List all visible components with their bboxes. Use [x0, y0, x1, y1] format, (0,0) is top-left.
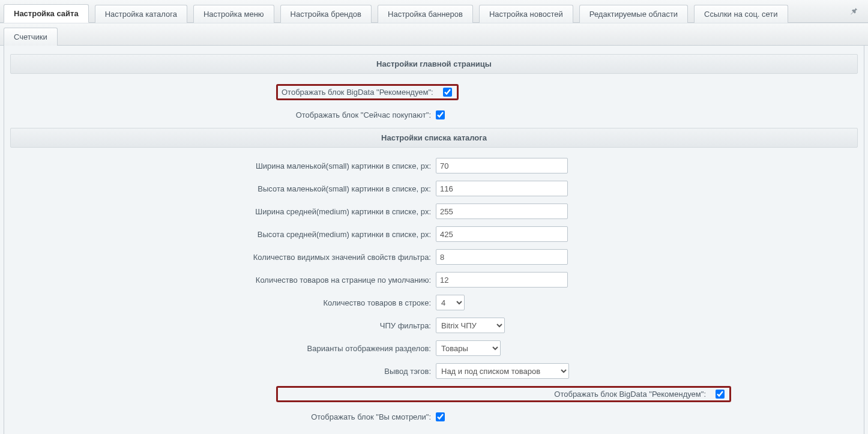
tab-menu-settings[interactable]: Настройка меню — [193, 5, 274, 23]
label-now-buying: Отображать блок "Сейчас покупают": — [7, 110, 436, 119]
input-medium-height[interactable] — [436, 226, 568, 242]
row-per-row: Количество товаров в строке: 4 — [7, 293, 861, 312]
row-now-buying: Отображать блок "Сейчас покупают": — [7, 105, 861, 124]
highlight-bigdata-catalog: Отображать блок BigData "Рекомендуем": — [276, 386, 731, 402]
pin-icon — [850, 7, 858, 15]
row-small-height: Высота маленькой(small) картинки в списк… — [7, 179, 861, 198]
select-per-row[interactable]: 4 — [436, 295, 465, 310]
label-sef: ЧПУ фильтра: — [7, 321, 436, 330]
row-sections-view: Варианты отображения разделов: Товары — [7, 339, 861, 358]
input-filter-visible[interactable] — [436, 249, 568, 265]
tab-brand-settings[interactable]: Настройка брендов — [280, 5, 372, 23]
label-small-width: Ширина маленькой(small) картинки в списк… — [7, 161, 436, 170]
select-tags-output[interactable]: Над и под списком товаров — [436, 363, 569, 379]
section-header-main-page: Настройки главной страницы — [10, 54, 858, 74]
row-bigdata-recommend-main: Отображать блок BigData "Рекомендуем": — [7, 82, 861, 101]
tab-editable-areas[interactable]: Редактируемые области — [579, 5, 688, 23]
row-small-width: Ширина маленькой(small) картинки в списк… — [7, 156, 861, 175]
pin-button[interactable] — [844, 4, 864, 22]
top-tabbar: Настройка сайта Настройка каталога Настр… — [0, 0, 868, 23]
checkbox-now-buying[interactable] — [436, 110, 445, 119]
row-bigdata-recommend-catalog: Отображать блок BigData "Рекомендуем": — [7, 384, 861, 403]
input-small-height[interactable] — [436, 181, 568, 196]
tab-catalog-settings[interactable]: Настройка каталога — [95, 5, 187, 23]
row-medium-height: Высота средней(medium) картинки в списке… — [7, 225, 861, 244]
row-filter-visible: Количество видимых значений свойств филь… — [7, 247, 861, 267]
label-small-height: Высота маленькой(small) картинки в списк… — [7, 184, 436, 193]
label-viewed: Отображать блок "Вы смотрели": — [7, 412, 436, 421]
label-filter-visible: Количество видимых значений свойств филь… — [7, 253, 436, 262]
label-tags-output: Вывод тэгов: — [7, 367, 436, 376]
label-bigdata-recommend-catalog: Отображать блок BigData "Рекомендуем": — [282, 390, 711, 399]
row-sef: ЧПУ фильтра: Bitrix ЧПУ — [7, 316, 861, 335]
label-medium-height: Высота средней(medium) картинки в списке… — [7, 230, 436, 239]
label-per-row: Количество товаров в строке: — [7, 298, 436, 307]
settings-panel: Настройки главной страницы Отображать бл… — [4, 46, 864, 434]
row-per-page: Количество товаров на странице по умолча… — [7, 270, 861, 289]
tab-counters[interactable]: Счетчики — [4, 28, 58, 46]
checkbox-viewed[interactable] — [436, 412, 445, 421]
section-header-catalog-list: Настройки списка каталога — [10, 128, 858, 148]
select-sections-view[interactable]: Товары — [436, 340, 501, 356]
label-bigdata-recommend-main: Отображать блок BigData "Рекомендуем": — [282, 88, 438, 97]
checkbox-bigdata-recommend-catalog[interactable] — [716, 390, 725, 399]
input-small-width[interactable] — [436, 158, 568, 173]
label-per-page: Количество товаров на странице по умолча… — [7, 276, 436, 285]
row-tags-output: Вывод тэгов: Над и под списком товаров — [7, 361, 861, 381]
select-sef[interactable]: Bitrix ЧПУ — [436, 318, 505, 333]
label-medium-width: Ширина средней(medium) картинки в списке… — [7, 207, 436, 216]
highlight-bigdata-main: Отображать блок BigData "Рекомендуем": — [276, 84, 459, 100]
input-per-page[interactable] — [436, 272, 568, 288]
input-medium-width[interactable] — [436, 203, 568, 219]
row-medium-width: Ширина средней(medium) картинки в списке… — [7, 202, 861, 221]
tab-site-settings[interactable]: Настройка сайта — [4, 4, 89, 23]
label-sections-view: Варианты отображения разделов: — [7, 344, 436, 353]
tab-banner-settings[interactable]: Настройка баннеров — [378, 5, 473, 23]
second-tabbar: Счетчики — [0, 23, 868, 46]
checkbox-bigdata-recommend-main[interactable] — [443, 88, 452, 97]
tab-social-links[interactable]: Ссылки на соц. сети — [694, 5, 788, 23]
row-viewed: Отображать блок "Вы смотрели": — [7, 407, 861, 426]
tab-news-settings[interactable]: Настройка новостей — [479, 5, 573, 23]
